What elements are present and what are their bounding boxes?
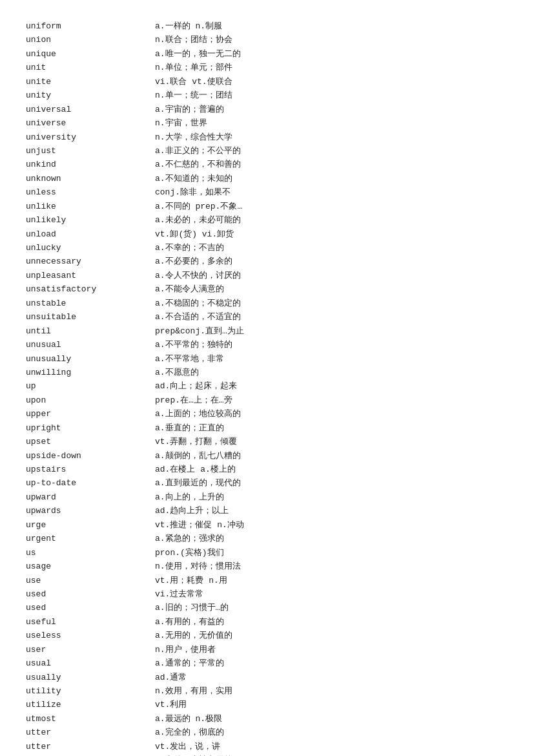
dict-row: unionn.联合；团结；协会	[26, 33, 508, 47]
dict-row: unlikea.不同的 prep.不象…	[26, 200, 508, 213]
dict-word: unique	[26, 47, 155, 61]
dict-def: a.唯一的，独一无二的	[155, 47, 508, 61]
dict-row: vacanta.空的；未被占用的	[26, 753, 508, 756]
dict-word: unlikely	[26, 213, 155, 227]
dict-row: usedvi.过去常常	[26, 587, 508, 601]
dict-def: a.无用的，无价值的	[155, 629, 508, 642]
dict-row: uniquea.唯一的，独一无二的	[26, 47, 508, 61]
dict-def: vt.弄翻，打翻，倾覆	[155, 435, 508, 448]
dict-word: useless	[26, 629, 155, 642]
dict-word: up-to-date	[26, 476, 155, 490]
dict-def: a.不稳固的；不稳定的	[155, 297, 508, 310]
dict-word: union	[26, 33, 155, 47]
dict-word: use	[26, 574, 155, 587]
dict-word: useful	[26, 615, 155, 629]
dict-word: unlike	[26, 200, 155, 213]
dict-row: uttera.完全的，彻底的	[26, 726, 508, 739]
dict-word: upwards	[26, 504, 155, 518]
dict-word: upright	[26, 421, 155, 435]
dict-row: unnecessarya.不必要的，多余的	[26, 255, 508, 268]
dict-row: universityn.大学，综合性大学	[26, 131, 508, 144]
dict-def: vt.卸(货) vi.卸货	[155, 227, 508, 241]
dict-word: unpleasant	[26, 269, 155, 282]
dict-row: upsetvt.弄翻，打翻，倾覆	[26, 435, 508, 448]
dict-word: universe	[26, 116, 155, 130]
dict-row: uponprep.在…上；在…旁	[26, 394, 508, 407]
dict-def: prep&conj.直到…为止	[155, 324, 508, 338]
dict-word: unload	[26, 227, 155, 241]
dict-def: a.不必要的，多余的	[155, 255, 508, 268]
dict-word: used	[26, 601, 155, 614]
dict-def: a.紧急的；强求的	[155, 532, 508, 545]
dict-def: vi.过去常常	[155, 587, 508, 601]
dict-def: conj.除非，如果不	[155, 185, 508, 199]
dict-word: us	[26, 546, 155, 560]
dict-word: unlucky	[26, 241, 155, 255]
dict-def: a.不愿意的	[155, 366, 508, 379]
dict-def: vt.推进；催促 n.冲动	[155, 518, 508, 532]
dict-def: ad.向上；起床，起来	[155, 379, 508, 393]
dict-def: a.上面的；地位较高的	[155, 407, 508, 421]
dict-row: unstablea.不稳固的；不稳定的	[26, 297, 508, 310]
dict-def: n.联合；团结；协会	[155, 33, 508, 47]
dict-row: upside-downa.颠倒的，乱七八糟的	[26, 449, 508, 463]
dict-def: a.不知道的；未知的	[155, 172, 508, 185]
dict-row: upwarda.向上的，上升的	[26, 490, 508, 504]
dict-row: unsatisfactorya.不能令人满意的	[26, 282, 508, 296]
dict-row: uniforma.一样的 n.制服	[26, 19, 508, 33]
dict-row: usuala.通常的；平常的	[26, 656, 508, 670]
dict-def: pron.(宾格)我们	[155, 546, 508, 560]
dict-row: unwillinga.不愿意的	[26, 366, 508, 379]
dict-def: a.最远的 n.极限	[155, 712, 508, 726]
dict-word: upset	[26, 435, 155, 448]
dict-row: utilityn.效用，有用，实用	[26, 684, 508, 698]
dict-def: a.非正义的；不公平的	[155, 144, 508, 158]
dict-word: unjust	[26, 144, 155, 158]
dict-word: upward	[26, 490, 155, 504]
dict-row: unloadvt.卸(货) vi.卸货	[26, 227, 508, 241]
dict-def: a.令人不快的，讨厌的	[155, 269, 508, 282]
dict-word: until	[26, 324, 155, 338]
dict-word: vacant	[26, 753, 155, 756]
dict-row: up-to-datea.直到最近的，现代的	[26, 476, 508, 490]
dict-word: used	[26, 587, 155, 601]
dict-row: unitn.单位；单元；部件	[26, 61, 508, 74]
dict-word: unsatisfactory	[26, 282, 155, 296]
dict-def: a.通常的；平常的	[155, 656, 508, 670]
dict-def: a.垂直的；正直的	[155, 421, 508, 435]
dict-row: unlikelya.未必的，未必可能的	[26, 213, 508, 227]
dict-row: unluckya.不幸的；不吉的	[26, 241, 508, 255]
dict-word: usual	[26, 656, 155, 670]
dict-word: urge	[26, 518, 155, 532]
dict-row: urgevt.推进；催促 n.冲动	[26, 518, 508, 532]
dict-word: utter	[26, 740, 155, 753]
dict-row: unusuallya.不平常地，非常	[26, 352, 508, 366]
dict-row: usern.用户，使用者	[26, 643, 508, 656]
dict-word: unstable	[26, 297, 155, 310]
dict-row: utilizevt.利用	[26, 698, 508, 711]
dict-def: a.不合适的，不适宜的	[155, 310, 508, 324]
dict-row: uselessa.无用的，无价值的	[26, 629, 508, 642]
dict-row: usevt.用；耗费 n.用	[26, 574, 508, 587]
dict-word: urgent	[26, 532, 155, 545]
dict-def: a.不平常地，非常	[155, 352, 508, 366]
dict-word: up	[26, 379, 155, 393]
dict-word: unknown	[26, 172, 155, 185]
dict-def: a.不幸的；不吉的	[155, 241, 508, 255]
dict-word: utilize	[26, 698, 155, 711]
dict-word: unwilling	[26, 366, 155, 379]
dict-def: ad.趋向上升；以上	[155, 504, 508, 518]
dict-word: unite	[26, 75, 155, 89]
dict-word: utility	[26, 684, 155, 698]
dict-word: unless	[26, 185, 155, 199]
dict-word: unit	[26, 61, 155, 74]
dict-row: unusuala.不平常的；独特的	[26, 338, 508, 352]
dict-word: unnecessary	[26, 255, 155, 268]
dict-word: utmost	[26, 712, 155, 726]
dict-def: n.单一；统一；团结	[155, 89, 508, 102]
dict-def: vt.发出，说，讲	[155, 740, 508, 753]
dict-word: upon	[26, 394, 155, 407]
dict-word: usage	[26, 560, 155, 573]
dict-def: n.使用，对待；惯用法	[155, 560, 508, 573]
dict-def: a.不同的 prep.不象…	[155, 200, 508, 213]
